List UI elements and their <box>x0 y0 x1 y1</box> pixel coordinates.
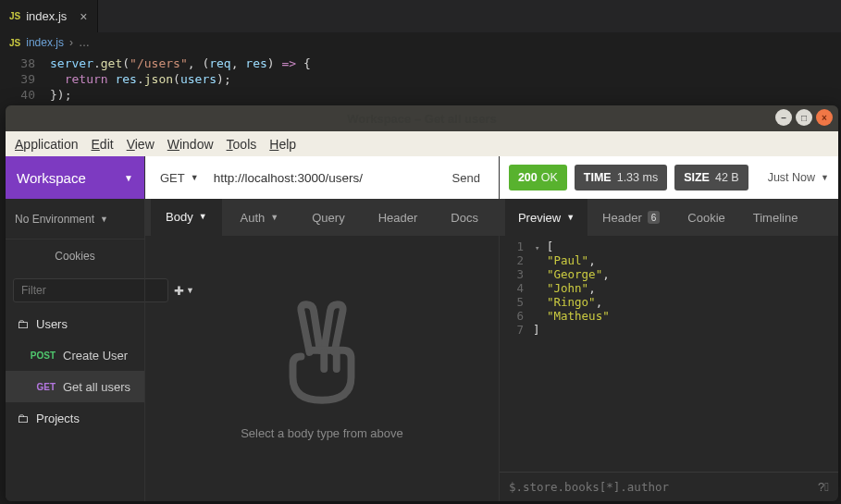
tab-body[interactable]: Body ▼ <box>151 199 222 236</box>
request-label: Get all users <box>63 380 130 394</box>
json-line: "John", <box>533 281 596 295</box>
line-number: 5 <box>500 295 533 309</box>
maximize-icon[interactable]: □ <box>796 109 812 126</box>
tab-header-label: Header <box>378 211 418 225</box>
tab-auth-label: Auth <box>241 211 266 225</box>
tab-cookie[interactable]: Cookie <box>674 199 737 236</box>
line-number: 38 <box>0 56 50 72</box>
json-line: "Paul", <box>533 253 596 267</box>
environment-label: No Environment <box>15 213 94 226</box>
breadcrumb-file: index.js <box>26 36 64 49</box>
line-number: 4 <box>500 281 533 295</box>
chevron-down-icon: ▼ <box>821 173 829 182</box>
close-window-icon[interactable]: × <box>816 109 833 126</box>
size-label: SIZE <box>684 171 710 184</box>
request-tabs: Body ▼ Auth ▼ Query Header Docs <box>145 199 499 236</box>
sidebar-request[interactable]: GETGet all users <box>6 371 144 402</box>
tab-docs[interactable]: Docs <box>436 199 493 236</box>
workspace-label: Workspace <box>17 170 86 186</box>
folder-label: Projects <box>36 412 80 425</box>
chevron-down-icon: ▼ <box>191 173 199 182</box>
tab-timeline[interactable]: Timeline <box>740 199 811 236</box>
workspace-dropdown[interactable]: Workspace ▼ <box>6 156 144 199</box>
editor-tab-label: index.js <box>26 9 67 23</box>
folder-icon: 🗀 <box>17 317 29 331</box>
size-badge: SIZE 42 B <box>674 165 748 191</box>
tab-timeline-label: Timeline <box>753 211 798 225</box>
jsonpath-input[interactable] <box>509 480 818 494</box>
sidebar: Workspace ▼ No Environment ▼ Cookies ✚ ▼ <box>6 156 144 501</box>
tab-query[interactable]: Query <box>297 199 359 236</box>
tab-auth[interactable]: Auth ▼ <box>226 199 294 236</box>
chevron-down-icon: ▼ <box>124 173 133 183</box>
tab-preview-label: Preview <box>518 211 561 225</box>
status-badge: 200 OK <box>509 165 567 191</box>
sidebar-request[interactable]: POSTCreate User <box>6 339 144 371</box>
menu-window[interactable]: Window <box>167 137 214 152</box>
menu-tools[interactable]: Tools <box>227 137 257 152</box>
json-line: ▾ [ <box>533 240 553 253</box>
response-panel: 200 OK TIME 1.33 ms SIZE 42 B Just Now ▼ <box>500 156 838 501</box>
tab-body-label: Body <box>166 210 193 224</box>
menu-help[interactable]: Help <box>269 137 296 152</box>
line-number: 39 <box>0 72 50 88</box>
method-select[interactable]: GET ▼ <box>155 171 204 185</box>
request-method-badge: GET <box>28 382 56 392</box>
cookies-button[interactable]: Cookies <box>6 240 144 273</box>
chevron-down-icon: ▼ <box>199 212 207 221</box>
tab-query-label: Query <box>312 211 344 225</box>
breadcrumb-tail: … <box>79 36 90 49</box>
folder-label: Users <box>36 317 68 331</box>
send-button[interactable]: Send <box>443 171 489 185</box>
minimize-icon[interactable]: – <box>775 109 792 126</box>
chevron-down-icon: ▼ <box>270 213 278 222</box>
help-icon[interactable]: ?⃝ <box>818 480 829 494</box>
header-count-badge: 6 <box>648 211 661 224</box>
sidebar-folder-projects[interactable]: 🗀Projects <box>6 402 144 434</box>
js-icon: JS <box>9 11 20 21</box>
time-label: TIME <box>584 171 612 184</box>
tab-cookie-label: Cookie <box>687 211 724 225</box>
url-bar: GET ▼ Send <box>145 156 499 199</box>
tab-preview[interactable]: Preview ▼ <box>505 199 587 236</box>
json-line: ] <box>533 323 540 337</box>
chevron-right-icon: › <box>69 36 73 49</box>
menubar: Application Edit View Window Tools Help <box>6 131 838 156</box>
line-number: 7 <box>500 323 533 337</box>
chevron-down-icon: ▼ <box>100 215 108 224</box>
sidebar-folder[interactable]: 🗀Users <box>6 308 144 339</box>
environment-dropdown[interactable]: No Environment ▼ <box>6 199 144 240</box>
line-number: 2 <box>500 253 533 267</box>
status-text: OK <box>541 171 558 184</box>
code-line[interactable]: }); <box>50 88 71 104</box>
insomnia-window: Workspace – Get all users – □ × Applicat… <box>6 105 838 501</box>
tab-header[interactable]: Header <box>364 199 433 236</box>
cookies-label: Cookies <box>55 250 94 263</box>
line-number: 1 <box>500 240 533 253</box>
response-history-dropdown[interactable]: Just Now ▼ <box>768 171 829 184</box>
response-body[interactable]: 1▾ [2 "Paul",3 "George",4 "John",5 "Ring… <box>500 236 838 472</box>
url-input[interactable] <box>214 171 434 185</box>
editor-tab-row: JS index.js × <box>0 0 841 32</box>
response-status-row: 200 OK TIME 1.33 ms SIZE 42 B Just Now ▼ <box>500 156 838 199</box>
request-panel: GET ▼ Send Body ▼ Auth ▼ Query <box>144 156 500 501</box>
request-label: Create User <box>63 349 128 363</box>
menu-edit[interactable]: Edit <box>92 137 114 152</box>
chevron-down-icon: ▼ <box>566 213 575 222</box>
close-icon[interactable]: × <box>80 9 87 24</box>
menu-application[interactable]: Application <box>15 137 79 152</box>
code-line[interactable]: return res.json(users); <box>50 72 231 88</box>
response-tabs: Preview ▼ Header 6 Cookie Timeline <box>500 199 838 236</box>
tab-docs-label: Docs <box>451 211 478 225</box>
peace-hand-icon <box>280 297 364 408</box>
tab-resp-header[interactable]: Header 6 <box>589 199 673 236</box>
breadcrumb[interactable]: JS index.js › … <box>0 32 841 53</box>
json-line: "Matheus" <box>533 309 610 323</box>
folder-icon: 🗀 <box>17 412 29 425</box>
editor-tab-indexjs[interactable]: JS index.js × <box>0 0 98 32</box>
menu-view[interactable]: View <box>127 137 155 152</box>
editor-code[interactable]: 38server.get("/users", (req, res) => {39… <box>0 53 841 104</box>
code-line[interactable]: server.get("/users", (req, res) => { <box>50 56 311 72</box>
line-number: 3 <box>500 267 533 281</box>
request-method-badge: POST <box>28 350 56 361</box>
